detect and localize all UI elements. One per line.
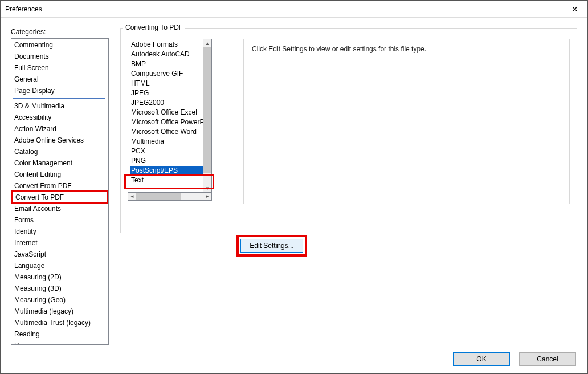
format-item[interactable]: Text [130, 176, 203, 185]
close-icon: ✕ [571, 5, 578, 14]
vertical-scrollbar[interactable]: ▲ ▼ [203, 39, 211, 192]
category-divider [13, 98, 105, 99]
edit-settings-highlight: Edit Settings... [236, 235, 307, 257]
category-item[interactable]: Reviewing [13, 340, 108, 345]
format-item[interactable]: Microsoft Office Excel [130, 108, 203, 117]
hint-text: Click Edit Settings to view or edit sett… [243, 39, 570, 204]
window-title: Preferences [5, 5, 42, 13]
ok-button[interactable]: OK [453, 352, 510, 366]
category-item[interactable]: Forms [13, 214, 108, 226]
category-item[interactable]: Catalog [13, 146, 108, 157]
format-item[interactable]: Autodesk AutoCAD [130, 50, 203, 59]
categories-list[interactable]: CommentingDocumentsFull ScreenGeneralPag… [11, 38, 109, 345]
categories-label: Categories: [11, 28, 109, 36]
categories-panel: Categories: CommentingDocumentsFull Scre… [11, 28, 109, 345]
horizontal-scrollbar[interactable]: ◄ ► [128, 193, 212, 201]
scroll-up-arrow-icon[interactable]: ▲ [203, 39, 211, 47]
format-item[interactable]: BMP [130, 59, 203, 69]
category-item[interactable]: Color Management [13, 157, 108, 169]
format-item[interactable]: Multimedia [130, 137, 203, 147]
format-item[interactable]: HTML [130, 79, 203, 88]
category-item[interactable]: Full Screen [13, 62, 108, 74]
category-item[interactable]: Multimedia Trust (legacy) [13, 317, 108, 328]
category-item[interactable]: Measuring (Geo) [13, 294, 108, 306]
right-panel: Converting To PDF Adobe FormatsAutodesk … [120, 28, 577, 345]
category-item[interactable]: Adobe Online Services [13, 135, 108, 146]
format-item[interactable]: PCX [130, 147, 203, 156]
converting-group-label: Converting To PDF [123, 23, 185, 31]
category-item[interactable]: Language [13, 260, 108, 271]
category-item[interactable]: Measuring (3D) [13, 283, 108, 294]
cancel-button[interactable]: Cancel [519, 352, 576, 366]
scroll-left-arrow-icon[interactable]: ◄ [128, 193, 136, 200]
content-area: Categories: CommentingDocumentsFull Scre… [1, 18, 587, 345]
footer: OK Cancel [453, 345, 587, 373]
format-item[interactable]: PostScript/EPS [130, 166, 203, 176]
category-item[interactable]: General [13, 74, 108, 85]
category-item[interactable]: Action Wizard [13, 123, 108, 135]
category-item[interactable]: Documents [13, 51, 108, 62]
format-item[interactable]: Microsoft Office PowerPoint [130, 117, 203, 127]
scroll-right-arrow-icon[interactable]: ► [203, 193, 211, 200]
category-item[interactable]: JavaScript [13, 249, 108, 260]
format-item[interactable]: Compuserve GIF [130, 69, 203, 79]
format-list-wrap: Adobe FormatsAutodesk AutoCADBMPCompuser… [128, 39, 212, 204]
category-item[interactable]: Commenting [13, 39, 108, 51]
category-item[interactable]: Email Accounts [13, 203, 108, 214]
category-item[interactable]: Multimedia (legacy) [13, 306, 108, 317]
format-item[interactable]: Adobe Formats [130, 40, 203, 50]
category-item[interactable]: Internet [13, 237, 108, 249]
edit-settings-button[interactable]: Edit Settings... [240, 239, 303, 253]
close-button[interactable]: ✕ [562, 1, 587, 17]
category-item[interactable]: 3D & Multimedia [13, 100, 108, 112]
category-item[interactable]: Accessibility [13, 112, 108, 123]
format-item[interactable]: Microsoft Office Word [130, 127, 203, 137]
scroll-thumb[interactable] [203, 47, 211, 173]
format-item[interactable]: JPEG [130, 88, 203, 98]
format-list-inner: Adobe FormatsAutodesk AutoCADBMPCompuser… [128, 39, 203, 192]
category-item[interactable]: Page Display [13, 85, 108, 96]
converting-group-inner: Adobe FormatsAutodesk AutoCADBMPCompuser… [128, 39, 570, 204]
category-item[interactable]: Convert To PDF [11, 190, 109, 204]
format-item[interactable]: PNG [130, 156, 203, 166]
category-item[interactable]: Measuring (2D) [13, 271, 108, 283]
scroll-down-arrow-icon[interactable]: ▼ [203, 184, 211, 192]
preferences-window: Preferences ✕ Categories: CommentingDocu… [0, 0, 588, 374]
category-item[interactable]: Content Editing [13, 169, 108, 180]
titlebar: Preferences ✕ [1, 1, 587, 18]
format-item[interactable]: JPEG2000 [130, 98, 203, 108]
category-item[interactable]: Convert From PDF [13, 180, 108, 192]
converting-group-frame: Converting To PDF Adobe FormatsAutodesk … [120, 28, 577, 233]
scroll-thumb-h[interactable] [136, 193, 181, 200]
category-item[interactable]: Identity [13, 226, 108, 237]
category-item[interactable]: Reading [13, 328, 108, 340]
format-list[interactable]: Adobe FormatsAutodesk AutoCADBMPCompuser… [128, 39, 212, 193]
